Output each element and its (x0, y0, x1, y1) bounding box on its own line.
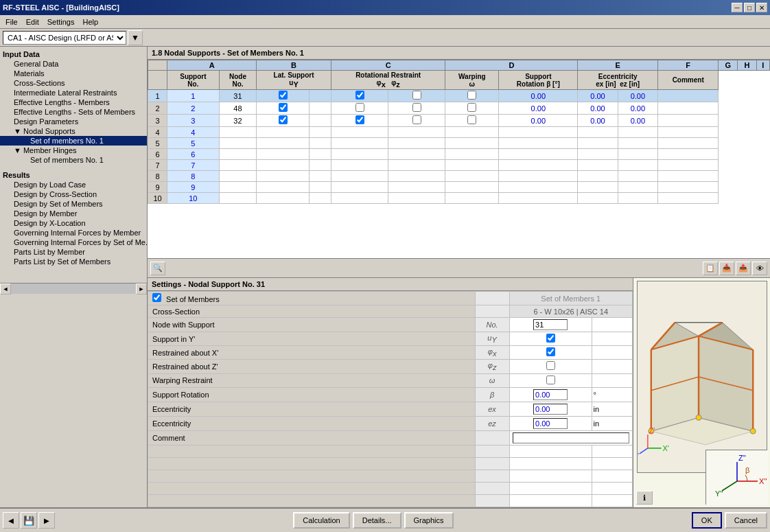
th-e: E (578, 60, 658, 71)
warping-checkbox[interactable] (546, 375, 555, 384)
val-restrained-x[interactable] (509, 346, 592, 360)
eccentricity-ex-input[interactable] (533, 404, 568, 415)
sidebar-item-parts-member[interactable]: Parts List by Member (0, 247, 147, 257)
node-input[interactable] (533, 319, 568, 330)
menu-file[interactable]: File (1, 16, 22, 27)
table-view-btn[interactable]: 👁 (752, 262, 767, 275)
rotation-input[interactable] (533, 389, 568, 400)
sidebar-item-cross-sections[interactable]: Cross-Sections (0, 78, 147, 88)
sidebar-item-design-x-location[interactable]: Design by X-Location (0, 218, 147, 228)
table-row[interactable]: 22480.000.000.00 (148, 102, 770, 115)
cancel-button[interactable]: Cancel (725, 512, 767, 529)
sidebar-item-design-cross-section[interactable]: Design by Cross-Section (0, 189, 147, 199)
nav-forward-button[interactable]: ► (38, 512, 55, 529)
svg-point-18 (750, 428, 756, 434)
table-row[interactable]: 44 (148, 127, 770, 138)
settings-empty-4 (148, 482, 633, 494)
table-search-btn[interactable]: 🔍 (150, 262, 165, 275)
sidebar-item-hinges-set-1[interactable]: Set of members No. 1 (0, 155, 147, 165)
sidebar-item-set-of-members-1[interactable]: Set of members No. 1 (0, 136, 147, 146)
svg-point-17 (696, 415, 701, 420)
settings-row-rotation: Support Rotation β ° (148, 387, 633, 402)
sidebar-item-effective-members[interactable]: Effective Lengths - Members (0, 97, 147, 107)
settings-row-support-y: Support in Y' uY (148, 332, 633, 346)
settings-row-restrained-x: Restrained about X' φx (148, 346, 633, 360)
table-import-btn[interactable]: 📥 (719, 262, 734, 275)
sidebar-item-effective-sets[interactable]: Effective Lengths - Sets of Members (0, 107, 147, 117)
val-restrained-z[interactable] (509, 360, 592, 373)
sidebar-item-design-parameters[interactable]: Design Parameters (0, 117, 147, 126)
table-row[interactable]: 66 (148, 149, 770, 160)
label-restrained-z: Restrained about Z' (148, 360, 476, 373)
sidebar-item-member-hinges[interactable]: ▼ Member Hinges (0, 146, 147, 155)
val-rotation[interactable] (509, 387, 592, 402)
table-row[interactable]: 11310.000.000.00 (148, 90, 770, 102)
settings-area: Settings - Nodal Support No. 31 Set of M… (148, 278, 770, 507)
empty-rx (592, 346, 632, 360)
info-button[interactable]: ℹ (636, 491, 653, 505)
bottom-center-buttons: Calculation Details... Graphics (293, 512, 453, 529)
sidebar-item-governing-member[interactable]: Governing Internal Forces by Member (0, 228, 147, 238)
design-case-dropdown[interactable]: CA1 - AISC Design (LRFD or ASD) (3, 31, 126, 45)
sidebar-item-materials[interactable]: Materials (0, 69, 147, 78)
table-row[interactable]: 55 (148, 138, 770, 149)
val-eccentricity-ex[interactable] (509, 402, 592, 416)
menu-settings[interactable]: Settings (43, 16, 79, 27)
settings-panel: Settings - Nodal Support No. 31 Set of M… (148, 278, 633, 507)
sidebar-item-nodal-supports[interactable]: ▼ Nodal Supports (0, 126, 147, 136)
sym-warping: ω (475, 373, 509, 387)
restrained-x-checkbox[interactable] (546, 347, 555, 356)
menu-edit[interactable]: Edit (22, 16, 43, 27)
val-node[interactable] (509, 318, 592, 332)
table-export-btn[interactable]: 📤 (736, 262, 751, 275)
table-row[interactable]: 99 (148, 182, 770, 193)
menu-help[interactable]: Help (78, 16, 102, 27)
ok-button[interactable]: OK (692, 512, 722, 529)
sidebar-scroll-left[interactable]: ◄ (0, 284, 11, 294)
table-row[interactable]: 77 (148, 160, 770, 171)
val-comment[interactable] (509, 430, 632, 445)
support-y-checkbox[interactable] (546, 334, 555, 343)
table-row[interactable]: 33320.000.000.00 (148, 115, 770, 127)
restrained-z-checkbox[interactable] (546, 361, 555, 370)
sidebar-item-design-set-members[interactable]: Design by Set of Members (0, 199, 147, 209)
maximize-button[interactable]: □ (744, 3, 755, 12)
graphics-button[interactable]: Graphics (404, 512, 454, 529)
label-node: Node with Support (148, 318, 476, 332)
building-3d-view[interactable]: X' Z' Y' (637, 281, 767, 473)
val-eccentricity-ez[interactable] (509, 416, 592, 430)
table-row[interactable]: 88 (148, 171, 770, 182)
details-button[interactable]: Details... (353, 512, 401, 529)
sidebar-item-intermediate-lateral[interactable]: Intermediate Lateral Restraints (0, 88, 147, 97)
results-label: Results (0, 170, 147, 180)
val-warping[interactable] (509, 373, 592, 387)
th-comment: Comment (658, 71, 719, 90)
input-data-label: Input Data (0, 49, 147, 59)
eccentricity-ez-input[interactable] (533, 418, 568, 429)
sidebar-scroll-right[interactable]: ► (136, 284, 147, 294)
sidebar-item-design-member[interactable]: Design by Member (0, 209, 147, 218)
table-copy-btn[interactable]: 📋 (703, 262, 718, 275)
empty-sy (592, 332, 632, 346)
toolbar-btn-1[interactable]: ▼ (128, 30, 143, 45)
bottom-left-buttons: ◄ 💾 ► (3, 512, 55, 529)
table-container[interactable]: A B C D E (148, 60, 770, 259)
sidebar-item-governing-set[interactable]: Governing Internal Forces by Set of Me..… (0, 238, 147, 247)
minimize-button[interactable]: ─ (732, 3, 743, 12)
th-rownum (148, 60, 167, 71)
close-button[interactable]: ✕ (756, 3, 767, 12)
sidebar-item-parts-set[interactable]: Parts List by Set of Members (0, 257, 147, 266)
settings-row-restrained-z: Restrained about Z' φz (148, 360, 633, 373)
unit-rotation: ° (592, 387, 632, 402)
set-members-checkbox[interactable] (152, 293, 161, 302)
comment-input[interactable] (513, 432, 629, 443)
sidebar-item-design-load-case[interactable]: Design by Load Case (0, 180, 147, 189)
calculation-button[interactable]: Calculation (293, 512, 349, 529)
nav-save-button[interactable]: 💾 (21, 512, 37, 529)
table-row[interactable]: 1010 (148, 193, 770, 204)
nav-back-button[interactable]: ◄ (3, 512, 19, 529)
settings-empty-3 (148, 470, 633, 482)
sidebar-item-general-data[interactable]: General Data (0, 59, 147, 69)
val-support-y[interactable] (509, 332, 592, 346)
sym-eccentricity-ex: ex (475, 402, 509, 416)
